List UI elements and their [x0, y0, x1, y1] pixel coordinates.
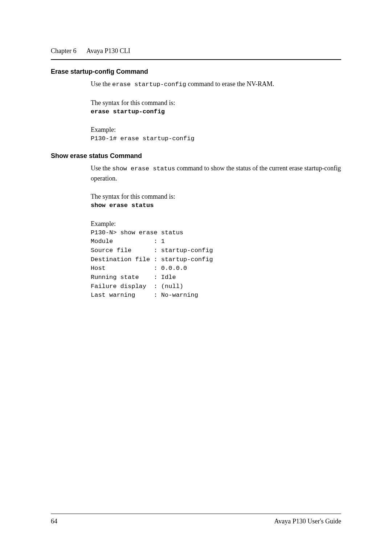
show-intro: Use the show erase status command to sho…: [91, 163, 341, 183]
show-intro-pre: Use the: [91, 165, 112, 172]
page-number: 64: [51, 518, 57, 525]
erase-example-label: Example:: [91, 125, 341, 134]
chapter-header: Chapter 6 Avaya P130 CLI: [51, 47, 341, 55]
show-example-l1: Module : 1: [91, 237, 341, 246]
erase-intro-code: erase startup-config: [112, 81, 186, 88]
erase-syntax-label: The syntax for this command is:: [91, 98, 341, 108]
erase-syntax-block: The syntax for this command is: erase st…: [91, 98, 341, 117]
erase-intro-post: command to erase the NV-RAM.: [186, 80, 274, 88]
header-rule: [51, 59, 341, 60]
book-title: Avaya P130 User's Guide: [274, 518, 341, 525]
show-erase-heading: Show erase status Command: [51, 152, 341, 160]
erase-startup-heading: Erase startup-config Command: [51, 68, 341, 76]
show-example-l2: Source file : startup-config: [91, 246, 341, 255]
footer-rule: [51, 514, 341, 514]
show-example-l5: Running state : Idle: [91, 273, 341, 282]
chapter-number: Chapter 6: [51, 47, 76, 54]
show-syntax-label: The syntax for this command is:: [91, 192, 341, 201]
show-example-l3: Destination file : startup-config: [91, 255, 341, 264]
show-example-label: Example:: [91, 219, 341, 228]
erase-intro-pre: Use the: [91, 80, 112, 88]
show-syntax-block: The syntax for this command is: show era…: [91, 192, 341, 210]
page-footer: 64 Avaya P130 User's Guide: [51, 514, 341, 525]
erase-intro: Use the erase startup-config command to …: [91, 79, 341, 89]
show-example-l7: Last warning : No-warning: [91, 291, 341, 300]
show-example-l4: Host : 0.0.0.0: [91, 264, 341, 273]
erase-example-block: Example: P130-1# erase startup-config: [91, 125, 341, 143]
show-intro-code: show erase status: [112, 165, 175, 172]
chapter-title: Avaya P130 CLI: [86, 47, 130, 54]
erase-syntax-cmd: erase startup-config: [91, 108, 341, 117]
show-syntax-cmd: show erase status: [91, 201, 341, 210]
show-example-block: Example: P130-N> show erase status Modul…: [91, 219, 341, 300]
show-example-l6: Failure display : (null): [91, 282, 341, 291]
erase-example-line: P130-1# erase startup-config: [91, 134, 341, 143]
show-example-l0: P130-N> show erase status: [91, 228, 341, 238]
